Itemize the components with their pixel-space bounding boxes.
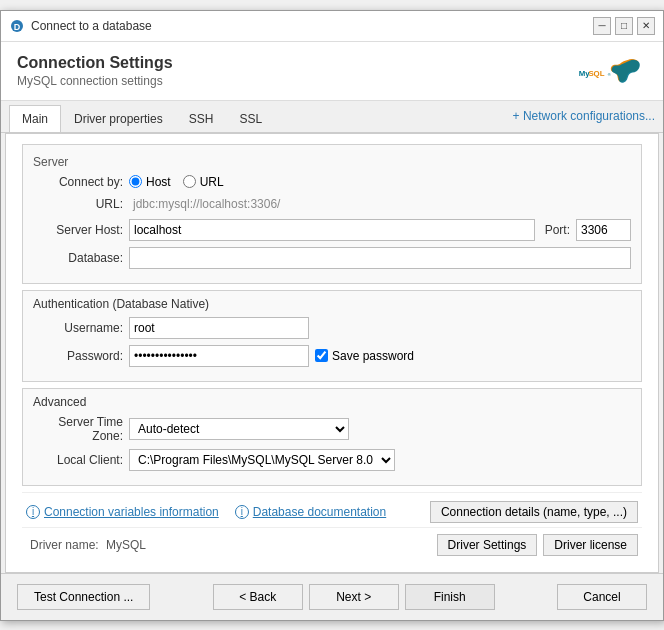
info-icon-2: i bbox=[235, 505, 249, 519]
server-host-label: Server Host: bbox=[33, 223, 123, 237]
footer-center-buttons: < Back Next > Finish bbox=[156, 584, 551, 610]
save-password-label[interactable]: Save password bbox=[315, 349, 414, 363]
title-bar: D Connect to a database ─ □ ✕ bbox=[1, 11, 663, 42]
svg-text:SQL: SQL bbox=[588, 68, 604, 77]
url-row: URL: jdbc:mysql://localhost:3306/ bbox=[33, 195, 631, 213]
auth-section-title: Authentication (Database Native) bbox=[33, 297, 631, 311]
database-input[interactable] bbox=[129, 247, 631, 269]
cancel-button[interactable]: Cancel bbox=[557, 584, 647, 610]
advanced-section: Advanced Server Time Zone: Auto-detect U… bbox=[22, 388, 642, 486]
password-label: Password: bbox=[33, 349, 123, 363]
username-row: Username: bbox=[33, 317, 631, 339]
dialog-subtitle: MySQL connection settings bbox=[17, 74, 173, 88]
back-button[interactable]: < Back bbox=[213, 584, 303, 610]
connect-by-label: Connect by: bbox=[33, 175, 123, 189]
title-bar-text: Connect to a database bbox=[31, 19, 587, 33]
url-label: URL: bbox=[33, 197, 123, 211]
radio-url[interactable]: URL bbox=[183, 175, 224, 189]
password-input[interactable] bbox=[129, 345, 309, 367]
database-docs-text: Database documentation bbox=[253, 505, 386, 519]
radio-url-input[interactable] bbox=[183, 175, 196, 188]
timezone-select[interactable]: Auto-detect UTC US/Eastern US/Pacific bbox=[129, 418, 349, 440]
radio-url-label: URL bbox=[200, 175, 224, 189]
svg-text:®: ® bbox=[608, 71, 612, 76]
driver-settings-button[interactable]: Driver Settings bbox=[437, 534, 538, 556]
radio-host[interactable]: Host bbox=[129, 175, 171, 189]
title-bar-controls: ─ □ ✕ bbox=[593, 17, 655, 35]
timezone-label: Server Time Zone: bbox=[33, 415, 123, 443]
connection-details-button[interactable]: Connection details (name, type, ...) bbox=[430, 501, 638, 523]
radio-host-label: Host bbox=[146, 175, 171, 189]
username-input[interactable] bbox=[129, 317, 309, 339]
tab-main[interactable]: Main bbox=[9, 105, 61, 132]
connection-variables-text: Connection variables information bbox=[44, 505, 219, 519]
tab-ssh[interactable]: SSH bbox=[176, 105, 227, 132]
local-client-select[interactable]: C:\Program Files\MySQL\MySQL Server 8.0 bbox=[129, 449, 395, 471]
port-input[interactable] bbox=[576, 219, 631, 241]
window-icon: D bbox=[9, 18, 25, 34]
connect-by-radio-group: Host URL bbox=[129, 175, 224, 189]
driver-license-button[interactable]: Driver license bbox=[543, 534, 638, 556]
password-row: Password: Save password bbox=[33, 345, 631, 367]
tab-driver-properties[interactable]: Driver properties bbox=[61, 105, 176, 132]
timezone-row: Server Time Zone: Auto-detect UTC US/Eas… bbox=[33, 415, 631, 443]
database-row: Database: bbox=[33, 247, 631, 269]
driver-name-value: MySQL bbox=[106, 538, 146, 552]
footer: Test Connection ... < Back Next > Finish… bbox=[1, 573, 663, 620]
tabs-bar: Main Driver properties SSH SSL + Network… bbox=[1, 101, 663, 133]
database-label: Database: bbox=[33, 251, 123, 265]
close-button[interactable]: ✕ bbox=[637, 17, 655, 35]
tab-ssl[interactable]: SSL bbox=[226, 105, 275, 132]
dialog-header: Connection Settings MySQL connection set… bbox=[1, 42, 663, 101]
server-host-input[interactable] bbox=[129, 219, 535, 241]
connection-variables-link[interactable]: i Connection variables information bbox=[26, 505, 219, 519]
advanced-section-title: Advanced bbox=[33, 395, 631, 409]
driver-name-label: Driver name: MySQL bbox=[26, 538, 146, 552]
database-docs-link[interactable]: i Database documentation bbox=[235, 505, 386, 519]
server-section: Server Connect by: Host URL URL: bbox=[22, 144, 642, 284]
local-client-row: Local Client: C:\Program Files\MySQL\MyS… bbox=[33, 449, 631, 471]
finish-button[interactable]: Finish bbox=[405, 584, 495, 610]
test-connection-button[interactable]: Test Connection ... bbox=[17, 584, 150, 610]
driver-row: Driver name: MySQL Driver Settings Drive… bbox=[22, 527, 642, 562]
dialog-title: Connection Settings bbox=[17, 54, 173, 72]
server-host-row: Server Host: Port: bbox=[33, 219, 631, 241]
svg-text:D: D bbox=[14, 22, 21, 32]
save-password-checkbox[interactable] bbox=[315, 349, 328, 362]
driver-buttons: Driver Settings Driver license bbox=[437, 534, 638, 556]
local-client-label: Local Client: bbox=[33, 453, 123, 467]
maximize-button[interactable]: □ bbox=[615, 17, 633, 35]
mysql-logo: My SQL ® bbox=[577, 54, 647, 92]
info-icon-1: i bbox=[26, 505, 40, 519]
auth-section: Authentication (Database Native) Usernam… bbox=[22, 290, 642, 382]
header-left: Connection Settings MySQL connection set… bbox=[17, 54, 173, 88]
next-button[interactable]: Next > bbox=[309, 584, 399, 610]
info-row: i Connection variables information i Dat… bbox=[22, 492, 642, 527]
driver-name-key: Driver name: bbox=[30, 538, 99, 552]
port-label: Port: bbox=[545, 223, 570, 237]
minimize-button[interactable]: ─ bbox=[593, 17, 611, 35]
mysql-logo-svg: My SQL ® bbox=[577, 54, 647, 92]
main-content: Server Connect by: Host URL URL: bbox=[5, 133, 659, 573]
url-value: jdbc:mysql://localhost:3306/ bbox=[129, 195, 284, 213]
radio-host-input[interactable] bbox=[129, 175, 142, 188]
server-section-title: Server bbox=[33, 155, 631, 169]
network-config-link[interactable]: + Network configurations... bbox=[513, 105, 655, 127]
username-label: Username: bbox=[33, 321, 123, 335]
save-password-text: Save password bbox=[332, 349, 414, 363]
main-window: D Connect to a database ─ □ ✕ Connection… bbox=[0, 10, 664, 621]
connect-by-row: Connect by: Host URL bbox=[33, 175, 631, 189]
